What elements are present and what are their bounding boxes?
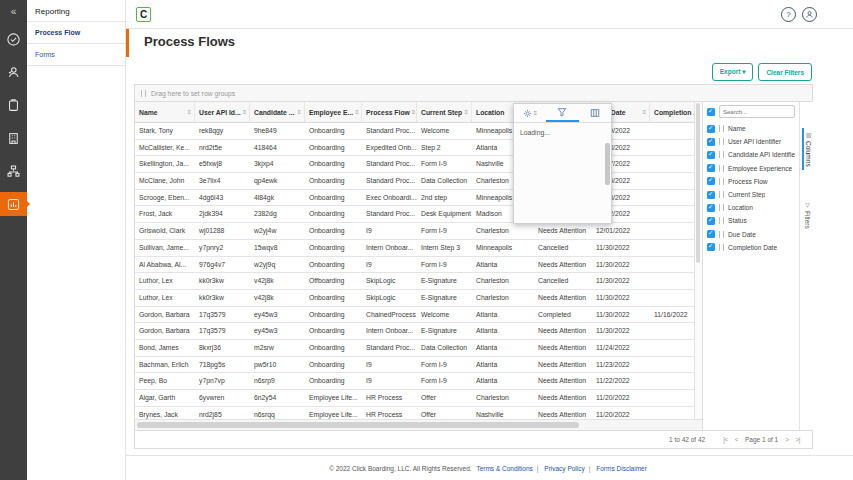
privacy-link[interactable]: Privacy Policy	[544, 465, 584, 472]
table-row[interactable]: Brynes, Jacknrd2j85n6srqqEmployee Life..…	[135, 407, 702, 419]
drag-grip-icon[interactable]	[719, 151, 724, 158]
table-row[interactable]: Peep, Boy7pn7vpn6srp9OnboardingI9Form I-…	[135, 373, 702, 390]
column-search-input[interactable]	[719, 105, 795, 118]
building-icon[interactable]	[0, 126, 27, 150]
column-header-candidate[interactable]: Candidate ...≡	[250, 102, 305, 122]
clear-filters-button[interactable]: Clear Filters	[758, 63, 812, 81]
checkbox-checked[interactable]	[707, 177, 715, 185]
cell: Onboarding	[305, 173, 362, 189]
collapse-sidebar-icon[interactable]: «	[11, 6, 17, 17]
column-toggle-current-step[interactable]: Current Step	[707, 188, 795, 201]
checkbox-checked[interactable]	[707, 204, 715, 212]
prev-page-icon[interactable]: <	[735, 436, 738, 443]
cell: Scrooge, Eben...	[135, 190, 195, 206]
clipboard-icon[interactable]	[0, 93, 27, 117]
drag-grip-icon[interactable]	[719, 178, 724, 185]
column-header-employee-e[interactable]: Employee E...≡	[305, 102, 362, 122]
first-page-icon[interactable]: |<	[723, 436, 727, 443]
table-row[interactable]: Gordon, Barbara17q3579ey45w3OnboardingCh…	[135, 307, 702, 324]
menu-tab-general[interactable]: ≡	[514, 104, 546, 122]
column-menu-icon[interactable]: ≡	[243, 109, 247, 115]
column-toggle-due-date[interactable]: Due Date	[707, 228, 795, 241]
people-icon[interactable]	[0, 60, 27, 84]
table-row[interactable]: Frost, Jack2jdk3942382dgOnboardingStanda…	[135, 206, 702, 223]
cell: Expedited Onb...	[362, 140, 417, 156]
cell: 4dg6l43	[195, 190, 250, 206]
table-row[interactable]: Griswold, Clarkwj01288w2yj4wOnboardingI9…	[135, 223, 702, 240]
sidebar-item-process-flow[interactable]: Process Flow	[27, 22, 125, 44]
table-row[interactable]: Scrooge, Eben...4dg6l434l84gkOnboardingE…	[135, 190, 702, 207]
table-row[interactable]: Algar, Garth6yvwren6n2y54Employee Life..…	[135, 390, 702, 407]
table-row[interactable]: McClane, John3e7lix4qp4ewkOnboardingStan…	[135, 173, 702, 190]
column-menu-icon[interactable]: ≡	[297, 109, 301, 115]
checkbox-checked[interactable]	[707, 138, 715, 146]
table-row[interactable]: Skellington, Ja...e5fxwj83kjxp4Onboardin…	[135, 156, 702, 173]
menu-tab-filter[interactable]	[546, 104, 578, 122]
column-menu-icon[interactable]: ≡	[412, 109, 416, 115]
table-row[interactable]: Al Ababwa, Al...976g4v7w2yj9qOnboardingI…	[135, 257, 702, 274]
popup-scrollbar[interactable]	[605, 143, 610, 185]
column-toggle-status[interactable]: Status	[707, 214, 795, 227]
cell: Needs Attention	[534, 390, 592, 406]
drag-grip-icon[interactable]	[719, 217, 724, 224]
tasks-check-icon[interactable]	[0, 27, 27, 51]
checkbox-checked[interactable]	[707, 191, 715, 199]
table-row[interactable]: Luthor, Lexkk0r3kwv42j8kOffboardingSkipL…	[135, 273, 702, 290]
table-row[interactable]: Sullivan, Jame...y7pnry215wqv8Onboarding…	[135, 240, 702, 257]
column-toggle-process-flow[interactable]: Process Flow	[707, 175, 795, 188]
column-toggle-name[interactable]: Name	[707, 122, 795, 135]
profile-icon[interactable]	[802, 7, 817, 22]
column-toggle-completion-date[interactable]: Completion Date	[707, 241, 795, 254]
help-icon[interactable]: ?	[781, 7, 796, 22]
horizontal-scrollbar[interactable]	[135, 419, 702, 430]
checkbox-checked[interactable]	[707, 230, 715, 238]
drag-grip-icon[interactable]	[719, 125, 724, 132]
drag-grip-icon[interactable]	[719, 204, 724, 211]
tab-filters[interactable]: ▽ Filters	[803, 198, 812, 232]
column-header-process-flow[interactable]: Process Flow≡	[362, 102, 417, 122]
sidebar-item-forms[interactable]: Forms	[27, 44, 125, 66]
column-menu-icon[interactable]: ≡	[464, 109, 468, 115]
column-header-user-api-id[interactable]: User API Id...≡	[195, 102, 250, 122]
menu-tab-columns[interactable]	[579, 104, 611, 122]
drag-grip-icon[interactable]	[719, 138, 724, 145]
table-row[interactable]: Bond, James8kxrj36m2srwOnboardingStandar…	[135, 340, 702, 357]
scrollbar-thumb[interactable]	[137, 422, 579, 429]
table-row[interactable]: McCallister, Ke...nrd2t5e418464Onboardin…	[135, 140, 702, 157]
drag-grip-icon[interactable]	[719, 231, 724, 238]
column-header-completion[interactable]: Completion ...≡	[650, 102, 695, 122]
vertical-scrollbar[interactable]	[694, 102, 702, 430]
last-page-icon[interactable]: >|	[796, 436, 800, 443]
tab-columns[interactable]: ▥ Columns	[802, 128, 813, 170]
column-toggle-location[interactable]: Location	[707, 201, 795, 214]
checkbox-checked[interactable]	[707, 243, 715, 251]
export-button[interactable]: Export ▾	[712, 63, 754, 81]
checkbox-checked[interactable]	[707, 164, 715, 172]
table-row[interactable]: Gordon, Barbara17q3579ey45w3OnboardingIn…	[135, 323, 702, 340]
table-row[interactable]: Stark, Tonyrek8qgy9he849OnboardingStanda…	[135, 123, 702, 140]
reports-chart-icon[interactable]	[0, 192, 27, 216]
table-row[interactable]: Luthor, Lexkk0r3kwv42j8kOnboardingSkipLo…	[135, 290, 702, 307]
column-header-current-step[interactable]: Current Step≡	[417, 102, 472, 122]
select-all-columns-checkbox[interactable]	[707, 108, 715, 116]
workflow-icon[interactable]	[0, 159, 27, 183]
cell: 11/20/2022	[592, 390, 650, 406]
drag-grip-icon[interactable]	[719, 244, 724, 251]
next-page-icon[interactable]: >	[785, 436, 788, 443]
checkbox-checked[interactable]	[707, 151, 715, 159]
column-header-name[interactable]: Name≡	[135, 102, 195, 122]
drag-grip-icon[interactable]	[719, 191, 724, 198]
column-toggle-candidate-api-identifier[interactable]: Candidate API Identifier	[707, 148, 795, 161]
column-toggle-employee-experience[interactable]: Employee Experience	[707, 162, 795, 175]
drag-grip-icon[interactable]	[719, 165, 724, 172]
column-menu-icon[interactable]: ≡	[187, 109, 191, 115]
row-group-drop-panel[interactable]: Drag here to set row groups	[135, 85, 812, 102]
terms-link[interactable]: Terms & Conditions	[476, 465, 532, 472]
table-row[interactable]: Bachman, Erlich718pg5spw5r10OnboardingI9…	[135, 357, 702, 374]
column-menu-icon[interactable]: ≡	[642, 109, 646, 115]
checkbox-checked[interactable]	[707, 125, 715, 133]
checkbox-checked[interactable]	[707, 217, 715, 225]
column-menu-icon[interactable]: ≡	[355, 109, 359, 115]
forms-disclaimer-link[interactable]: Forms Disclaimer	[596, 465, 647, 472]
column-toggle-user-api-identifier[interactable]: User API Identifier	[707, 135, 795, 148]
